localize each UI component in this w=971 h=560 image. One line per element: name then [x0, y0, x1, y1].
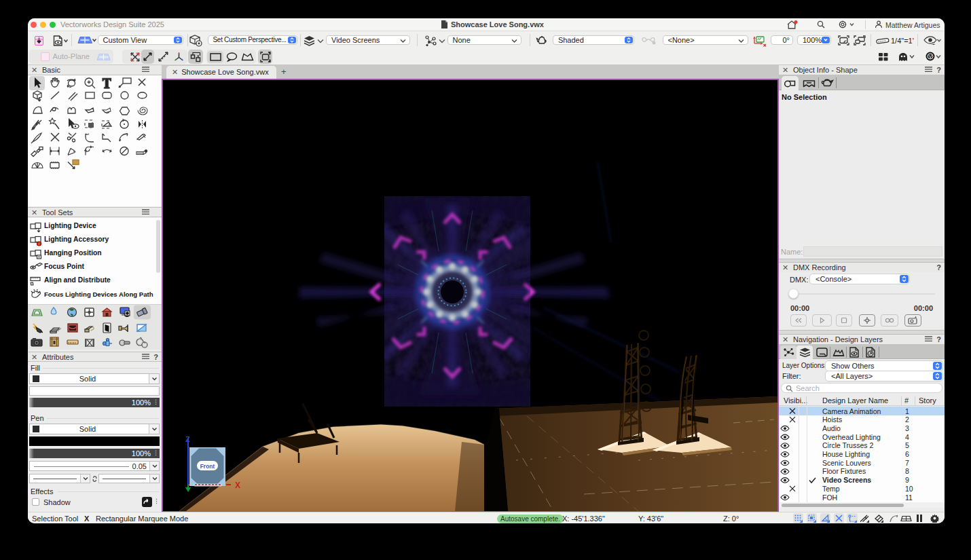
svg-text:Front: Front: [200, 463, 215, 470]
svg-text:Z: Z: [185, 435, 190, 443]
svg-text:V: V: [929, 54, 932, 59]
svg-text:X: X: [235, 481, 240, 490]
